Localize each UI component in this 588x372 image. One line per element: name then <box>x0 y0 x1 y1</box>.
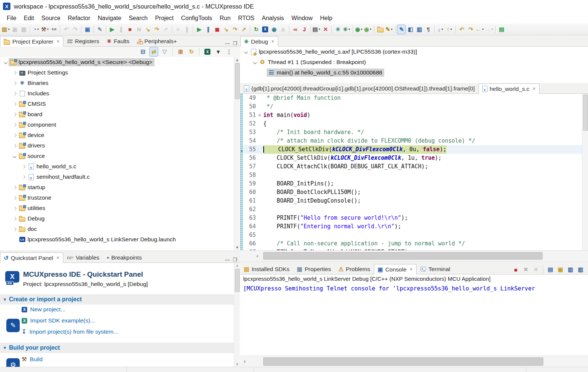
code-editor[interactable]: 49 * @brief Main function50 */51⊖int mai… <box>240 94 582 250</box>
chevron-expanded-icon[interactable] <box>13 154 17 158</box>
scroll-up-icon[interactable]: ∧ <box>234 264 240 268</box>
run-button[interactable]: ◉▼ <box>355 25 363 34</box>
menu-item-help[interactable]: Help <box>317 14 336 23</box>
menu-item-edit[interactable]: Edit <box>20 14 38 23</box>
debug-attach-button[interactable]: ✳▼ <box>343 25 351 34</box>
scroll-down-icon[interactable]: ▼ <box>234 245 240 249</box>
menu-caret-button[interactable]: ▾ <box>214 47 222 56</box>
fwd-history-button[interactable]: ↷ <box>467 25 475 34</box>
qs-tab-breakpoints[interactable]: ●Breakpoints <box>103 252 146 263</box>
remove-launch-button[interactable]: ✕ <box>522 265 530 274</box>
pin-console-button[interactable]: ▥ <box>576 265 585 274</box>
mcuxpresso-config-button[interactable]: X <box>261 25 269 34</box>
chevron-collapsed-icon[interactable] <box>13 217 17 220</box>
save-all-button[interactable]: ▦ <box>20 25 28 34</box>
qs-tab-quickstart-panel[interactable]: ↺Quickstart Panel✕ <box>0 252 63 263</box>
menu-item-refactor[interactable]: Refactor <box>64 14 94 23</box>
redo-button[interactable]: ↷ <box>71 25 79 34</box>
menu-item-source[interactable]: Source <box>38 14 64 23</box>
editor-tab-hello-world-s-c[interactable]: hello_world_s.c✕ <box>479 83 540 94</box>
pe-tab-registers[interactable]: 1010 0101Registers <box>63 36 103 46</box>
remove-all-launches-button[interactable]: ✕ <box>532 265 540 274</box>
chevron-collapsed-icon[interactable] <box>13 144 17 147</box>
open-console-button[interactable]: ▣ <box>83 25 92 34</box>
fold-marker[interactable]: ⊖ <box>256 111 263 120</box>
editor-vscrollbar[interactable] <box>582 94 588 250</box>
refresh-debug-button[interactable]: ↻ <box>252 25 260 34</box>
terminate-button[interactable]: ■ <box>512 265 520 274</box>
back-history-button[interactable]: ↶ <box>458 25 466 34</box>
link-with-editor-button[interactable]: ⇄ <box>150 47 158 56</box>
pe-tree-row[interactable]: Includes <box>0 88 240 99</box>
suspend-all-button[interactable]: ∥ <box>204 25 212 34</box>
chevron-collapsed-icon[interactable] <box>13 123 17 127</box>
pe-tree-row[interactable]: startup <box>0 182 240 193</box>
pe-tree-row[interactable]: ✷Binaries <box>0 78 240 88</box>
pe-tree-row[interactable]: doc <box>0 224 240 234</box>
pe-tree-row[interactable]: CMSIS <box>0 99 240 109</box>
chevron-expanded-icon[interactable] <box>253 60 257 64</box>
profile-button[interactable]: ◉▼ <box>364 25 372 34</box>
chevron-collapsed-icon[interactable] <box>13 185 17 189</box>
show-whitespace-button[interactable]: ¶ <box>424 25 432 34</box>
show-source-button[interactable]: ▥ <box>415 25 423 34</box>
link-server-button[interactable]: ∞ <box>291 25 299 34</box>
pe-tree-row[interactable]: Debug <box>0 213 240 224</box>
menu-item-rtos[interactable]: RTOS <box>234 14 258 23</box>
debug-tree-row[interactable]: main() at hello_world_s.c:55 0x10000688 <box>240 67 588 78</box>
scroll-down-icon[interactable]: ∨ <box>234 362 240 366</box>
home-button[interactable]: ⌂ <box>279 25 287 34</box>
open-resource-button[interactable] <box>376 25 384 34</box>
debug-azalea-button[interactable]: ✳ <box>334 25 342 34</box>
suspend-button[interactable]: ∥ <box>117 25 125 34</box>
build-binary-button[interactable]: 010 <box>50 25 58 34</box>
focus-grid-button[interactable]: ⊞ <box>177 47 185 56</box>
console-tab-console[interactable]: ▣Console✕ <box>374 264 417 274</box>
disconnect-button[interactable]: N <box>135 25 143 34</box>
chevron-collapsed-icon[interactable] <box>13 102 17 106</box>
new-wizard-button[interactable]: ▧▼ <box>2 25 10 34</box>
quickstart-link-build[interactable]: ⚒Build <box>22 356 42 363</box>
menu-item-file[interactable]: File <box>3 14 20 23</box>
pe-tree-row[interactable]: lpcxpresso55s36_hello_world_s <Secure> <… <box>0 57 240 67</box>
last-edit-button[interactable]: ▤ <box>498 25 506 34</box>
menu-item-window[interactable]: Window <box>288 14 317 23</box>
scroll-thumb[interactable] <box>235 269 240 292</box>
chevron-collapsed-icon[interactable] <box>13 206 17 210</box>
quickstart-section-0[interactable]: ▾Create or import a project <box>0 294 234 305</box>
collapse-all-button[interactable]: ⊟ <box>139 47 147 56</box>
chevron-expanded-icon[interactable] <box>4 60 8 64</box>
close-icon[interactable]: ✕ <box>56 39 60 44</box>
chevron-collapsed-icon[interactable] <box>13 196 17 200</box>
console-tab-terminal[interactable]: >_Terminal <box>417 264 454 274</box>
pe-tree-row[interactable]: trustzone <box>0 193 240 203</box>
chevron-collapsed-icon[interactable] <box>13 71 17 74</box>
wizard-pencil-icon[interactable]: ✎ <box>6 319 20 332</box>
maximize-icon[interactable]: ❒ <box>233 257 237 263</box>
step-over-all-button[interactable]: ↷ <box>231 25 239 34</box>
globe-button[interactable]: ◉ <box>270 25 278 34</box>
editor-hscroll-thumb[interactable] <box>263 252 543 260</box>
jlink-button[interactable]: J <box>300 25 308 34</box>
qs-tab-variables[interactable]: (x)=Variables <box>63 252 103 263</box>
resume-button[interactable]: ▶ <box>108 25 116 34</box>
resume-all-button[interactable]: ▶ <box>195 25 203 34</box>
terminate-button[interactable]: ■ <box>126 25 134 34</box>
wizard-gears-icon[interactable]: ⚙ <box>6 358 20 367</box>
maximize-icon[interactable]: ❒ <box>233 41 237 46</box>
pe-tab-peripherals-[interactable]: Peripherals+ <box>133 36 181 46</box>
menu-item-configtools[interactable]: ConfigTools <box>177 14 216 23</box>
minimize-icon[interactable]: — <box>225 257 230 263</box>
chevron-collapsed-icon[interactable] <box>13 81 17 85</box>
scroll-left-icon[interactable]: ‹ <box>254 252 261 260</box>
step-into-button[interactable]: ↘ <box>144 25 152 34</box>
console-hscroll-thumb[interactable] <box>263 357 543 366</box>
save-button[interactable]: ▣ <box>11 25 19 34</box>
menu-item-navigate[interactable]: Navigate <box>94 14 125 23</box>
step-over-button[interactable]: ↷ <box>153 25 161 34</box>
scroll-up-icon[interactable]: ▲ <box>234 58 240 62</box>
chevron-collapsed-icon[interactable] <box>13 227 17 231</box>
delete-button[interactable]: ✕ <box>321 25 330 34</box>
debug-tree-row[interactable]: ⚙Thread #1 1 (Suspended : Breakpoint) <box>240 57 588 67</box>
step-filters-button[interactable]: ≡ <box>174 25 182 34</box>
